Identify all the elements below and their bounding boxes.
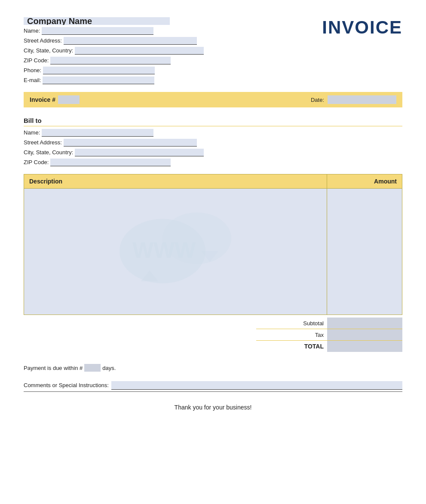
description-cell[interactable]: WWW [24, 189, 327, 315]
email-input[interactable] [43, 76, 154, 84]
totals-section: Subtotal Tax TOTAL [24, 318, 402, 352]
comments-label: Comments or Special Instructions: [24, 382, 109, 388]
amount-header: Amount [327, 174, 402, 189]
payment-section: Payment is due within # days. [24, 364, 402, 372]
date-label: Date: [311, 97, 324, 103]
payment-text-before: Payment is due within # [24, 365, 83, 371]
name-input[interactable] [42, 27, 153, 35]
thankyou-text: Thank you for your business! [175, 404, 252, 411]
bill-name-row: Name: [24, 129, 402, 137]
city-label: City, State, Country: [24, 47, 73, 54]
zip-row: ZIP Code: [24, 57, 204, 64]
subtotal-row: Subtotal [256, 318, 402, 329]
subtotal-label: Subtotal [256, 318, 327, 329]
phone-label: Phone: [24, 67, 41, 73]
payment-days-input[interactable] [84, 364, 101, 372]
invoice-number-group: Invoice # [30, 95, 80, 104]
tax-input[interactable] [327, 329, 402, 340]
company-name-input[interactable] [24, 17, 170, 25]
invoice-bar: Invoice # Date: [24, 92, 402, 107]
header: Name: Street Address: City, State, Count… [24, 17, 402, 84]
bill-city-input[interactable] [75, 149, 204, 156]
bill-city-label: City, State, Country: [24, 149, 73, 156]
total-row: TOTAL [256, 341, 402, 352]
zip-input[interactable] [50, 57, 171, 64]
description-header: Description [24, 174, 327, 189]
comments-section: Comments or Special Instructions: [24, 381, 402, 392]
bill-to-section: Bill to Name: Street Address: City, Stat… [24, 117, 402, 166]
invoice-date-group: Date: [311, 95, 396, 104]
subtotal-input[interactable] [327, 318, 402, 329]
description-textarea[interactable] [28, 192, 323, 311]
name-row: Name: [24, 27, 204, 35]
invoice-number-label: Invoice # [30, 96, 55, 103]
bill-zip-input[interactable] [50, 159, 171, 166]
phone-input[interactable] [43, 67, 155, 74]
bill-to-title: Bill to [24, 117, 402, 124]
total-label: TOTAL [256, 341, 327, 352]
description-table: Description Amount WWW [24, 174, 402, 315]
amount-textarea[interactable] [327, 189, 402, 313]
bill-city-row: City, State, Country: [24, 149, 402, 156]
street-label: Street Address: [24, 37, 62, 44]
company-block: Name: Street Address: City, State, Count… [24, 17, 204, 84]
footer: Thank you for your business! [24, 404, 402, 411]
phone-row: Phone: [24, 67, 204, 74]
bill-name-input[interactable] [42, 129, 153, 137]
total-input[interactable] [327, 341, 402, 352]
street-input[interactable] [64, 37, 197, 45]
payment-text-after: days. [102, 365, 116, 371]
date-input[interactable] [328, 95, 396, 104]
bill-street-row: Street Address: [24, 139, 402, 147]
comments-input[interactable] [111, 381, 402, 390]
tax-label: Tax [256, 330, 327, 340]
street-row: Street Address: [24, 37, 204, 45]
email-row: E-mail: [24, 76, 204, 84]
invoice-title: INVOICE [322, 17, 402, 38]
city-input[interactable] [75, 47, 204, 55]
tax-row: Tax [256, 329, 402, 341]
invoice-number-input[interactable] [58, 95, 80, 104]
bill-zip-row: ZIP Code: [24, 159, 402, 166]
comments-row: Comments or Special Instructions: [24, 381, 402, 390]
bill-zip-label: ZIP Code: [24, 159, 49, 165]
bill-to-divider [24, 126, 402, 126]
bill-street-input[interactable] [64, 139, 197, 147]
bill-to-fields: Name: Street Address: City, State, Count… [24, 129, 402, 166]
bill-street-label: Street Address: [24, 139, 62, 146]
name-label: Name: [24, 27, 40, 34]
zip-label: ZIP Code: [24, 57, 49, 64]
comments-divider [24, 391, 402, 392]
email-label: E-mail: [24, 77, 41, 83]
bill-name-label: Name: [24, 129, 40, 136]
amount-cell[interactable] [327, 189, 402, 315]
city-row: City, State, Country: [24, 47, 204, 55]
